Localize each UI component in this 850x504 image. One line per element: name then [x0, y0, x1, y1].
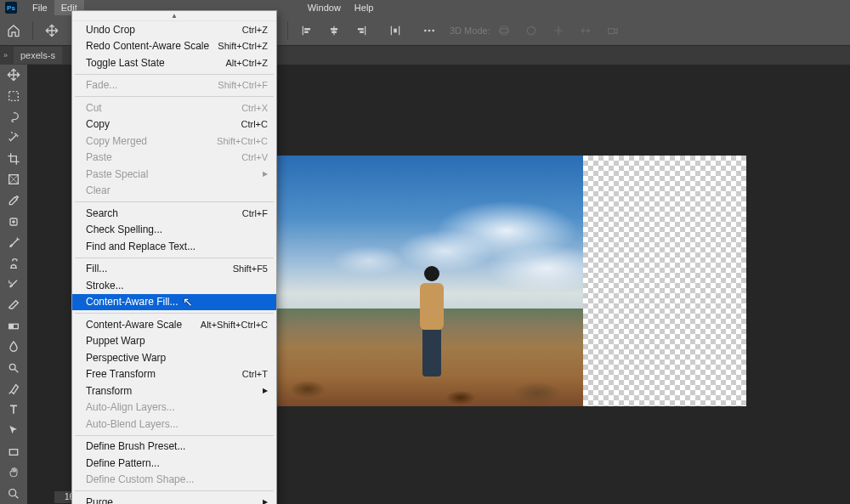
svg-rect-8	[360, 31, 364, 32]
svg-point-16	[499, 28, 508, 32]
pen-tool[interactable]	[0, 378, 27, 399]
pan-3d-icon	[547, 19, 570, 42]
image-subject	[417, 266, 446, 377]
menu-item-label: Define Pattern...	[86, 457, 160, 469]
home-button[interactable]	[2, 19, 26, 42]
move-tool-icon[interactable]	[40, 19, 64, 42]
menu-item-find-and-replace-text[interactable]: Find and Replace Text...	[72, 238, 276, 255]
menu-separator	[75, 96, 274, 97]
frame-tool[interactable]	[0, 169, 27, 190]
eraser-tool[interactable]	[0, 295, 27, 316]
svg-rect-23	[9, 324, 14, 328]
magic-wand-tool[interactable]	[0, 127, 27, 149]
svg-rect-2	[304, 31, 309, 32]
menu-item-label: Undo Crop	[86, 24, 135, 36]
menu-item-search[interactable]: SearchCtrl+F	[72, 205, 276, 222]
menu-item-label: Content-Aware Scale	[86, 319, 182, 331]
menu-item-fill[interactable]: Fill...Shift+F5	[72, 261, 276, 278]
align-hcenter-icon[interactable]	[322, 19, 346, 42]
menu-item-define-pattern[interactable]: Define Pattern...	[72, 455, 276, 472]
menu-separator	[75, 435, 274, 436]
svg-rect-5	[332, 31, 337, 32]
document-canvas[interactable]	[277, 156, 746, 406]
menu-item-shortcut: Shift+Ctrl+F	[218, 80, 268, 90]
hand-tool[interactable]	[0, 462, 27, 484]
gradient-tool[interactable]	[0, 316, 27, 337]
slide-3d-icon	[574, 19, 598, 42]
type-tool[interactable]	[0, 399, 27, 421]
svg-point-13	[428, 29, 431, 31]
rectangle-tool[interactable]	[0, 441, 27, 462]
menu-separator	[75, 74, 274, 75]
menu-separator	[75, 258, 274, 258]
blur-tool[interactable]	[0, 337, 27, 358]
history-brush-tool[interactable]	[0, 274, 27, 295]
menu-item-free-transform[interactable]: Free TransformCtrl+T	[72, 366, 276, 383]
menu-item-stroke[interactable]: Stroke...	[72, 277, 276, 294]
path-selection-tool[interactable]	[0, 421, 27, 442]
move-tool[interactable]	[0, 65, 27, 86]
menu-separator	[75, 490, 274, 491]
distribute-icon[interactable]	[383, 19, 407, 42]
menu-item-shortcut: Alt+Ctrl+Z	[225, 58, 268, 68]
menu-item-toggle-last-state[interactable]: Toggle Last StateAlt+Ctrl+Z	[72, 54, 276, 71]
separator	[32, 21, 33, 40]
menu-item-perspective-warp[interactable]: Perspective Warp	[72, 349, 276, 366]
crop-tool[interactable]	[0, 149, 27, 170]
menu-window[interactable]: Window	[301, 0, 348, 15]
zoom-tool[interactable]	[0, 484, 27, 505]
menu-item-shortcut: Shift+Ctrl+Z	[218, 41, 268, 51]
menu-scroll-up-icon[interactable]: ▲	[72, 11, 276, 21]
edit-menu-dropdown: ▲ Undo CropCtrl+ZRedo Content-Aware Scal…	[71, 10, 277, 504]
menu-item-label: Search	[86, 207, 118, 219]
menu-item-purge[interactable]: Purge	[72, 494, 276, 504]
svg-rect-25	[9, 449, 17, 455]
menu-item-transform[interactable]: Transform	[72, 382, 276, 399]
menu-item-redo-content-aware-scale[interactable]: Redo Content-Aware ScaleShift+Ctrl+Z	[72, 38, 276, 55]
menu-item-content-aware-scale[interactable]: Content-Aware ScaleAlt+Shift+Ctrl+C	[72, 316, 276, 333]
healing-brush-tool[interactable]	[0, 211, 27, 232]
marquee-tool[interactable]	[0, 86, 27, 107]
align-right-icon[interactable]	[349, 19, 373, 42]
menu-item-label: Stroke...	[86, 280, 124, 292]
brush-tool[interactable]	[0, 232, 27, 253]
menu-item-label: Transform	[86, 385, 132, 397]
menu-item-label: Free Transform	[86, 368, 156, 380]
document-tab[interactable]: pexels-s	[14, 47, 62, 64]
svg-rect-19	[9, 92, 19, 101]
svg-rect-10	[399, 25, 400, 35]
dodge-tool[interactable]	[0, 358, 27, 379]
menu-item-label: Puppet Warp	[86, 335, 145, 347]
lasso-tool[interactable]	[0, 106, 27, 127]
more-options-icon[interactable]	[417, 19, 441, 42]
svg-rect-3	[333, 25, 334, 35]
svg-rect-18	[608, 28, 614, 33]
menu-item-copy[interactable]: CopyCtrl+C	[72, 116, 276, 133]
menu-item-label: Define Custom Shape...	[86, 473, 194, 485]
clone-stamp-tool[interactable]	[0, 253, 27, 275]
3d-mode-label: 3D Mode:	[450, 25, 490, 36]
menu-item-shortcut: Ctrl+C	[241, 119, 268, 129]
menu-item-label: Auto-Align Layers...	[86, 401, 175, 413]
menu-item-shortcut: Shift+Ctrl+C	[217, 136, 268, 146]
menu-item-label: Find and Replace Text...	[86, 241, 196, 252]
align-left-icon[interactable]	[295, 19, 319, 42]
menu-item-paste-special: Paste Special	[72, 166, 276, 183]
menu-item-cut: CutCtrl+X	[72, 99, 276, 116]
menu-item-fade: Fade...Shift+Ctrl+F	[72, 77, 276, 94]
image-content	[277, 156, 583, 406]
menu-item-label: Purge	[86, 496, 113, 504]
menu-item-check-spelling[interactable]: Check Spelling...	[72, 222, 276, 239]
tab-scroll-icon[interactable]: »	[3, 51, 14, 59]
menu-item-label: Paste	[86, 151, 112, 163]
menu-item-undo-crop[interactable]: Undo CropCtrl+Z	[72, 21, 276, 38]
menu-item-define-brush-preset[interactable]: Define Brush Preset...	[72, 439, 276, 456]
eyedropper-tool[interactable]	[0, 190, 27, 212]
menu-item-label: Content-Aware Fill...	[86, 296, 178, 308]
menu-item-label: Redo Content-Aware Scale	[86, 40, 209, 52]
menu-item-puppet-warp[interactable]: Puppet Warp	[72, 333, 276, 350]
menu-help[interactable]: Help	[348, 0, 381, 15]
svg-point-12	[424, 29, 427, 31]
menu-item-shortcut: Ctrl+X	[241, 103, 268, 113]
menu-file[interactable]: File	[26, 0, 54, 15]
